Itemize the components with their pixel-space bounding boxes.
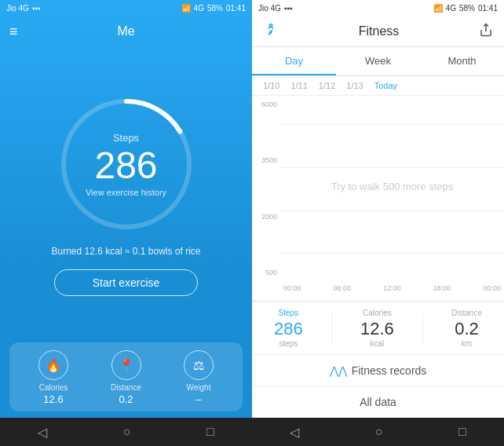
tab-day[interactable]: Day	[252, 47, 336, 75]
right-home-button[interactable]: ○	[360, 422, 399, 442]
metric-steps-label: Steps	[279, 309, 299, 317]
left-nav-bar: ◁ ○ □	[0, 418, 252, 446]
metric-calories-unit: kcal	[371, 339, 385, 348]
menu-icon[interactable]: ≡	[9, 24, 18, 40]
date-today[interactable]: Today	[374, 81, 397, 90]
calories-label: Calories	[39, 383, 68, 392]
right-header: Fitness	[252, 16, 504, 47]
right-recents-button[interactable]: □	[443, 422, 482, 442]
left-time: 01:41	[226, 4, 246, 13]
right-nav-bar: ◁ ○ □	[252, 418, 504, 446]
chart-x-labels: 00:00 06:00 12:00 18:00 00:00	[280, 276, 504, 300]
left-recents-button[interactable]: □	[191, 422, 230, 442]
left-4g: 4G	[194, 4, 204, 13]
stat-weight: ⚖ Weight –	[184, 350, 214, 405]
right-carrier: Jio 4G	[258, 4, 281, 13]
date-1-12[interactable]: 1/12	[319, 81, 335, 90]
weight-icon: ⚖	[184, 350, 214, 380]
left-header: ≡ Me	[0, 16, 252, 47]
y-label-500: 500	[255, 269, 277, 276]
fitness-records-label: Fitness records	[352, 364, 427, 377]
x-label-2400: 00:00	[483, 284, 501, 292]
left-battery: 58%	[207, 4, 223, 13]
y-label-5000: 5000	[255, 101, 277, 108]
circle-inner: Steps 286 View exercise history	[86, 132, 166, 197]
date-1-13[interactable]: 1/13	[346, 81, 363, 90]
right-time: 01:41	[478, 4, 498, 13]
fitness-icon	[263, 22, 279, 41]
chart-y-labels: 5000 3500 2000 500	[252, 96, 280, 276]
metric-steps: Steps 286 steps	[274, 309, 303, 348]
calories-icon: 🔥	[38, 350, 68, 380]
x-label-0600: 06:00	[334, 284, 352, 292]
metric-steps-unit: steps	[279, 339, 298, 348]
right-battery: 58%	[459, 4, 475, 13]
left-page-title: Me	[117, 24, 134, 38]
chart-body: Try to walk 500 more steps	[280, 96, 504, 276]
right-panel: Jio 4G ▪▪▪ 📶 4G 58% 01:41 Fitness Day We	[252, 0, 504, 446]
left-carrier: Jio 4G	[6, 4, 29, 13]
y-label-3500: 3500	[255, 156, 277, 164]
tab-month[interactable]: Month	[420, 47, 504, 75]
burned-text: Burned 12.6 kcal ≈ 0.1 bowls of rice	[51, 246, 200, 257]
right-4g: 4G	[446, 4, 456, 13]
right-status-bar: Jio 4G ▪▪▪ 📶 4G 58% 01:41	[252, 0, 504, 16]
left-wifi-icon: 📶	[181, 4, 191, 13]
tab-week[interactable]: Week	[336, 47, 420, 75]
weight-value: –	[195, 393, 201, 405]
left-panel: Jio 4G ▪▪▪ 📶 4G 58% 01:41 ≡ Me Steps 286	[0, 0, 252, 446]
date-nav: 1/10 1/11 1/12 1/13 Today	[252, 76, 504, 96]
steps-count: 286	[94, 147, 157, 185]
metric-distance-label: Distance	[451, 309, 482, 317]
metric-distance-value: 0.2	[455, 319, 479, 339]
fitness-records-button[interactable]: ⋀⋀ Fitness records	[252, 355, 504, 386]
metric-calories-value: 12.6	[360, 319, 394, 339]
x-label-1800: 18:00	[433, 284, 451, 292]
metrics-row: Steps 286 steps Calories 12.6 kcal Dista…	[252, 302, 504, 355]
distance-value: 0.2	[119, 393, 133, 405]
y-label-2000: 2000	[255, 213, 277, 221]
x-label-1200: 12:00	[383, 284, 401, 292]
calories-value: 12.6	[43, 393, 63, 405]
start-exercise-button[interactable]: Start exercise	[54, 269, 199, 296]
left-back-button[interactable]: ◁	[22, 422, 63, 443]
stat-calories: 🔥 Calories 12.6	[38, 350, 68, 405]
right-back-button[interactable]: ◁	[274, 422, 315, 443]
date-1-10[interactable]: 1/10	[263, 81, 279, 90]
steps-area: Steps 286 View exercise history Burned 1…	[0, 47, 252, 342]
empty-chart-message: Try to walk 500 more steps	[331, 181, 454, 192]
share-icon[interactable]	[479, 23, 493, 40]
all-data-label: All data	[360, 396, 396, 408]
distance-icon: 📍	[111, 350, 141, 380]
date-1-11[interactable]: 1/11	[290, 81, 307, 90]
left-signal-icon: ▪▪▪	[32, 4, 41, 13]
stat-distance: 📍 Distance 0.2	[111, 350, 141, 405]
fitness-records-chevron: ⋀⋀	[330, 364, 347, 377]
metric-distance: Distance 0.2 km	[451, 309, 482, 348]
all-data-button[interactable]: All data	[252, 386, 504, 418]
metric-calories-label: Calories	[363, 309, 392, 317]
left-status-bar: Jio 4G ▪▪▪ 📶 4G 58% 01:41	[0, 0, 252, 16]
distance-label: Distance	[111, 383, 141, 392]
x-label-0000: 00:00	[283, 284, 301, 292]
bottom-stats: 🔥 Calories 12.6 📍 Distance 0.2 ⚖ Weight …	[9, 342, 243, 411]
divider-2	[422, 313, 423, 344]
view-history-link[interactable]: View exercise history	[86, 188, 166, 197]
tab-bar: Day Week Month	[252, 47, 504, 76]
metric-distance-unit: km	[462, 339, 472, 348]
right-wifi-icon: 📶	[433, 4, 443, 13]
weight-label: Weight	[187, 383, 211, 392]
metric-steps-value: 286	[274, 319, 303, 339]
steps-label: Steps	[113, 132, 139, 144]
chart-area: 5000 3500 2000 500 Try to walk 500 more …	[252, 96, 504, 300]
divider-1	[331, 313, 332, 344]
right-signal-icon: ▪▪▪	[284, 4, 293, 13]
steps-circle: Steps 286 View exercise history	[56, 93, 197, 235]
left-home-button[interactable]: ○	[108, 422, 147, 442]
right-page-title: Fitness	[359, 24, 400, 38]
metric-calories: Calories 12.6 kcal	[360, 309, 394, 348]
